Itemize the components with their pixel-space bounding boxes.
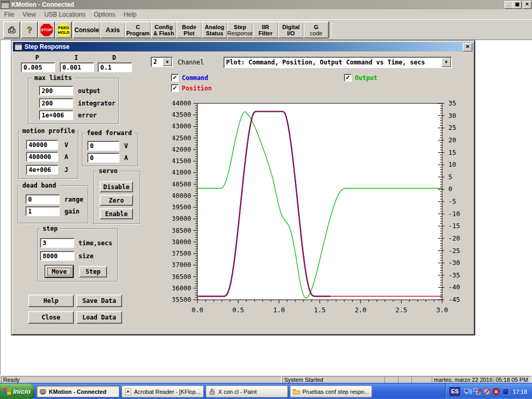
deadband-range-label: range: [64, 196, 83, 203]
svg-text:3.0: 3.0: [436, 306, 448, 314]
deadband-range-field[interactable]: 0: [25, 194, 60, 204]
toolbar-digital-io-button[interactable]: DigitalI/O: [278, 21, 304, 38]
task-acrobat[interactable]: Acrobat Reader - [KFlop...: [122, 385, 204, 397]
svg-text:37500: 37500: [172, 249, 191, 257]
restore-button[interactable]: ▣: [513, 1, 522, 9]
menu-file[interactable]: File: [0, 10, 18, 19]
menu-view[interactable]: View: [18, 10, 40, 19]
tray-clock[interactable]: 17:18: [513, 389, 527, 395]
svg-text:39500: 39500: [172, 203, 191, 211]
paint-icon: [208, 388, 216, 395]
ff-v-field[interactable]: 0: [87, 141, 119, 151]
toolbar-analog-status-button[interactable]: AnalogStatus: [202, 21, 228, 38]
output-checkbox[interactable]: ✓: [344, 74, 352, 82]
step-time-field[interactable]: 3: [40, 238, 74, 248]
svg-text:43000: 43000: [172, 122, 191, 130]
d-field[interactable]: 0.1: [98, 62, 132, 72]
command-checkbox[interactable]: ✓: [171, 74, 179, 82]
toolbar-gcode-button[interactable]: Gcode: [303, 21, 329, 38]
max-error-label: error: [78, 112, 97, 119]
question-mark-icon: ?: [27, 27, 32, 33]
svg-text:-40: -40: [448, 283, 460, 291]
p-label: P: [35, 54, 39, 61]
svg-text:1.5: 1.5: [314, 306, 326, 314]
stop-button[interactable]: STOP: [38, 21, 55, 38]
network-offline-icon[interactable]: [473, 388, 482, 396]
minimize-button[interactable]: _: [504, 1, 513, 9]
svg-text:15: 15: [448, 149, 456, 156]
menu-options[interactable]: Options: [90, 10, 119, 19]
toolbar-step-response-button[interactable]: StepResponse: [227, 21, 253, 38]
volume-mute-icon[interactable]: [483, 388, 491, 396]
feed-forward-title: feed forward: [85, 129, 134, 137]
move-button[interactable]: Move: [45, 265, 73, 277]
svg-text:25: 25: [448, 124, 456, 131]
help-button[interactable]: Help: [28, 295, 74, 307]
chevron-down-icon[interactable]: ▼: [163, 58, 172, 66]
start-button[interactable]: Inicio: [0, 383, 34, 399]
p-field[interactable]: 0.005: [21, 62, 55, 72]
step-time-label: time,secs: [78, 240, 112, 247]
task-kmotion[interactable]: KMotion - Connected: [36, 385, 119, 397]
menu-usb-locations[interactable]: USB Locations: [40, 10, 89, 19]
ff-a-field[interactable]: 0: [87, 153, 119, 163]
svg-text:41000: 41000: [172, 168, 191, 176]
max-integrator-field[interactable]: 200: [39, 98, 73, 108]
status-pane: [384, 376, 398, 383]
dialog-close-icon[interactable]: ✕: [463, 43, 472, 51]
close-button[interactable]: ✕: [523, 1, 531, 9]
save-data-button[interactable]: Save Data: [76, 295, 122, 307]
app-tray-icon[interactable]: [501, 388, 510, 396]
security-alert-icon[interactable]: [492, 388, 500, 396]
deadband-gain-field[interactable]: 1: [25, 206, 60, 216]
context-help-button[interactable]: ?: [21, 21, 38, 38]
load-data-button[interactable]: Load Data: [76, 311, 122, 324]
svg-text:20: 20: [448, 136, 456, 144]
print-button[interactable]: ⎙: [3, 21, 20, 38]
toolbar-iir-filter-button[interactable]: IIRFilter: [252, 21, 278, 38]
feed-hold-button[interactable]: FEEDHOLD: [55, 21, 72, 38]
svg-text:-20: -20: [448, 234, 460, 242]
svg-text:2.5: 2.5: [395, 306, 407, 314]
servo-title: servo: [97, 167, 119, 175]
deadband-gain-label: gain: [64, 208, 79, 215]
svg-text:0: 0: [448, 185, 453, 193]
wireless-icon[interactable]: [464, 388, 472, 396]
language-indicator[interactable]: ES: [449, 387, 461, 397]
profile-a-field[interactable]: 400000: [26, 152, 58, 162]
plot-select[interactable]: Plot: Command, Position, Output Command …: [223, 57, 452, 68]
task-paint[interactable]: X con cl - Paint: [206, 385, 288, 397]
position-checkbox[interactable]: ✓: [171, 84, 179, 92]
ff-a-label: A: [124, 154, 128, 162]
command-checkbox-label: Command: [182, 74, 208, 82]
servo-enable-button[interactable]: Enable: [100, 208, 133, 219]
svg-text:0.5: 0.5: [232, 306, 244, 314]
profile-j-field[interactable]: 4e+006: [26, 165, 58, 175]
d-label: D: [112, 54, 116, 61]
menu-bar: File View USB Locations Options Help: [0, 9, 532, 19]
i-field[interactable]: 0.001: [60, 62, 94, 72]
ff-v-label: V: [124, 142, 128, 150]
system-tray: ES 17:18: [445, 383, 532, 399]
step-size-field[interactable]: 8000: [40, 251, 74, 261]
servo-zero-button[interactable]: Zero: [100, 195, 133, 206]
toolbar-console-button[interactable]: Console: [73, 21, 101, 38]
close-dialog-button[interactable]: Close: [28, 311, 74, 324]
servo-disable-button[interactable]: Disable: [100, 181, 133, 192]
menu-help[interactable]: Help: [119, 10, 141, 19]
max-error-field[interactable]: 1e+006: [39, 110, 73, 120]
status-system: System Started: [282, 376, 385, 383]
channel-select[interactable]: 2 ▼: [151, 57, 173, 67]
taskbar: Inicio KMotion - Connected Acrobat Reade…: [0, 383, 532, 399]
toolbar-axis-button[interactable]: Axis: [100, 21, 125, 38]
profile-v-field[interactable]: 40000: [26, 140, 58, 150]
max-output-field[interactable]: 200: [39, 86, 73, 96]
svg-text:39000: 39000: [172, 215, 191, 222]
step-button[interactable]: Step: [79, 266, 107, 277]
chevron-down-icon[interactable]: ▼: [442, 58, 451, 67]
folder-icon: [292, 388, 300, 395]
toolbar-bode-plot-button[interactable]: BodePlot: [176, 21, 202, 38]
toolbar-c-program-button[interactable]: CProgram: [125, 21, 151, 38]
toolbar-config-flash-button[interactable]: Config& Flash: [151, 21, 177, 38]
task-pruebas-folder[interactable]: Pruebas conf step respo...: [290, 385, 372, 397]
